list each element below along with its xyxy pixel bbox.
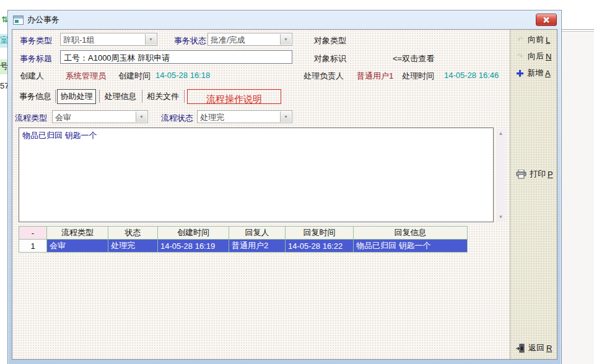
scroll-down-icon[interactable]: ▼ xyxy=(496,212,505,221)
titlebar[interactable]: 办公事务 xyxy=(13,12,556,27)
handler-label: 处理负责人 xyxy=(304,71,344,82)
flow-status-label: 流程状态 xyxy=(161,113,193,124)
backward-icon: ↷ xyxy=(516,52,525,61)
print-button[interactable]: 打印 P xyxy=(516,168,553,180)
affair-title-input[interactable]: 工号：A1000周玉林 辞职申请 xyxy=(60,50,292,64)
client-area: 事务类型 辞职-1组 ▼ 事务状态 批准/完成 ▼ 对象类型 事务标题 工号：A… xyxy=(12,29,557,360)
affair-status-label: 事务状态 xyxy=(174,35,206,46)
col-header-index: - xyxy=(19,227,47,240)
add-icon xyxy=(516,69,524,77)
return-button[interactable]: 返回 R xyxy=(516,342,552,353)
flow-type-select[interactable]: 会审 ▼ xyxy=(52,110,148,123)
dropdown-arrow-icon[interactable]: ▼ xyxy=(136,111,147,122)
replies-table: - 流程类型 状态 创建时间 回复人 回复时间 回复信息 1 会审 处理完 14… xyxy=(19,226,468,253)
affair-title-label: 事务标题 xyxy=(20,53,52,64)
scroll-up-icon[interactable]: ▲ xyxy=(496,129,505,137)
col-header-status: 状态 xyxy=(108,227,158,240)
forward-button[interactable]: ↶ 向前 L xyxy=(516,34,550,45)
exit-door-icon xyxy=(516,344,525,353)
cell-reply-info[interactable]: 物品已归回 钥匙一个 xyxy=(354,240,468,253)
affair-type-select[interactable]: 辞职-1组 ▼ xyxy=(60,33,157,46)
textarea-scrollbar[interactable]: ▲ ▼ xyxy=(496,129,505,221)
cell-flow-type[interactable]: 会审 xyxy=(47,240,108,253)
handle-time-label: 处理时间 xyxy=(402,71,434,82)
window-title: 办公事务 xyxy=(27,14,59,25)
detail-textarea[interactable]: 物品已归回 钥匙一个 xyxy=(19,128,494,222)
add-button[interactable]: 新增 A xyxy=(516,67,551,79)
cell-status[interactable]: 处理完 xyxy=(108,240,158,253)
col-header-flow-type: 流程类型 xyxy=(47,227,108,240)
dropdown-arrow-icon[interactable]: ▼ xyxy=(280,34,291,45)
tab-handle-info[interactable]: 处理信息 xyxy=(102,89,139,104)
create-time-value: 14-05-28 16:18 xyxy=(155,71,210,80)
flow-type-label: 流程类型 xyxy=(15,113,47,124)
desktop: { "window": { "title": "办公事务" }, "backgr… xyxy=(0,0,594,364)
affair-status-select[interactable]: 批准/完成 ▼ xyxy=(207,33,292,46)
object-id-hint[interactable]: <=双击查看 xyxy=(393,53,434,64)
col-header-create-time: 创建时间 xyxy=(158,227,229,240)
cell-create-time[interactable]: 14-05-28 16:19 xyxy=(158,240,229,253)
tab-assist-handle[interactable]: 协助处理 xyxy=(57,89,96,104)
flow-status-select[interactable]: 处理完 ▼ xyxy=(197,110,292,123)
col-header-reply-info: 回复信息 xyxy=(354,227,468,240)
backward-button[interactable]: ↷ 向后 N xyxy=(516,51,551,62)
tab-separator xyxy=(184,90,185,103)
table-row[interactable]: 1 会审 处理完 14-05-28 16:19 普通用户2 14-05-28 1… xyxy=(19,240,468,253)
action-sidebar: ↶ 向前 L ↷ 向后 N 新增 A 打印 xyxy=(510,30,557,359)
tab-related-files[interactable]: 相关文件 xyxy=(145,89,181,104)
flow-note-box: 流程操作说明 xyxy=(187,89,281,104)
cell-index[interactable]: 1 xyxy=(19,240,47,253)
col-header-replier: 回复人 xyxy=(229,227,286,240)
printer-icon xyxy=(516,170,526,179)
affair-type-label: 事务类型 xyxy=(20,35,52,46)
window-icon xyxy=(13,15,24,25)
creator-label: 创建人 xyxy=(20,71,44,82)
close-button[interactable] xyxy=(536,14,557,26)
cell-replier[interactable]: 普通用户2 xyxy=(229,240,286,253)
tab-separator xyxy=(55,90,56,103)
creator-value: 系统管理员 xyxy=(66,71,106,82)
object-id-label: 对象标识 xyxy=(314,53,346,64)
main-panel: 事务类型 辞职-1组 ▼ 事务状态 批准/完成 ▼ 对象类型 事务标题 工号：A… xyxy=(12,30,510,359)
forward-icon: ↶ xyxy=(516,35,525,44)
desktop-background xyxy=(561,30,594,364)
flow-note-text: 流程操作说明 xyxy=(206,95,262,103)
office-affairs-window: 办公事务 事务类型 辞职-1组 ▼ 事务状态 批准/完成 ▼ 对象类型 事务标题… xyxy=(7,10,562,364)
create-time-label: 创建时间 xyxy=(118,71,151,82)
tab-separator xyxy=(142,90,142,103)
handle-time-value: 14-05-28 16:46 xyxy=(444,71,499,80)
background-window-edge xyxy=(561,29,594,32)
handler-value: 普通用户1 xyxy=(357,71,393,82)
tab-separator xyxy=(99,90,100,103)
tab-affair-info[interactable]: 事务信息 xyxy=(16,89,55,104)
dropdown-arrow-icon[interactable]: ▼ xyxy=(145,34,156,45)
object-type-label: 对象类型 xyxy=(314,35,346,46)
cell-reply-time[interactable]: 14-05-28 16:22 xyxy=(286,240,354,253)
dropdown-arrow-icon[interactable]: ▼ xyxy=(280,111,291,122)
table-header-row: - 流程类型 状态 创建时间 回复人 回复时间 回复信息 xyxy=(19,227,468,240)
col-header-reply-time: 回复时间 xyxy=(286,227,354,240)
